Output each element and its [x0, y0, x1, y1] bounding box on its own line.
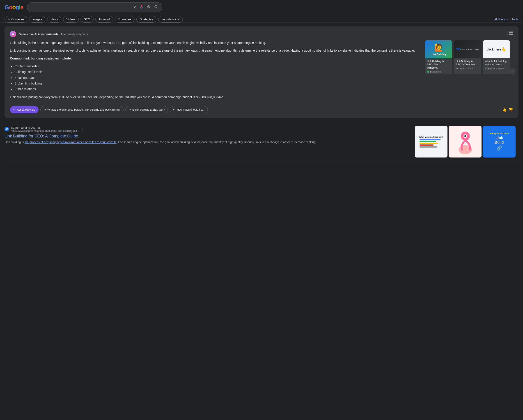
nav-chip-types-of[interactable]: Types of [95, 16, 113, 23]
mic-button[interactable] [139, 4, 144, 10]
nav-chip-images[interactable]: Images [29, 16, 46, 23]
ai-image-card-3[interactable]: click here 👆 What is link building and h… [483, 40, 510, 74]
result-menu-button[interactable]: ⋮ [81, 127, 84, 131]
nav-label-importance-of: Importance of [162, 17, 180, 21]
result-url: https://www.searchenginejournal.com › li… [11, 129, 79, 132]
ai-image-card-2[interactable]: SEJ EBOOK HOW TO GET Link Building for S… [454, 40, 481, 74]
ai-image-source-1: Backlinko [427, 70, 450, 73]
divider [510, 17, 510, 22]
source-name-1: Backlinko [430, 70, 441, 73]
nav-chip-examples[interactable]: Examples [115, 16, 135, 23]
nav-chip-videos[interactable]: Videos [63, 16, 79, 23]
tools-button[interactable]: Tools [512, 17, 518, 21]
clear-button[interactable]: ✕ [132, 5, 137, 10]
list-item: Broken link building [14, 81, 421, 86]
ai-image-source-3: 🛒 BigCommerce [485, 67, 508, 70]
nav-label-strategies: Strategies [140, 17, 153, 21]
svg-point-9 [464, 135, 466, 137]
ai-strategies-label: Common link building strategies include: [10, 56, 421, 61]
clear-icon: ✕ [133, 5, 136, 10]
source-name-2: Search Engin... [459, 67, 476, 70]
followup-label-2: Is link building a SEO tool? [132, 108, 164, 111]
ai-images-wrapper: 🙋 Link Building Link Building for SEO: T… [425, 40, 513, 103]
thumbs-down-button[interactable]: 👎 [509, 107, 513, 112]
snippet-highlight: the process of acquiring hyperlinks from… [25, 140, 116, 144]
nav-label-converse: Converse [11, 17, 24, 21]
nav-label-types-of: Types of [99, 17, 110, 21]
list-item: Email outreach [14, 75, 421, 81]
result-snippet: Link building is the process of acquirin… [5, 140, 411, 145]
ai-image-info-2: Link Building for SEO: A Complete... SE … [454, 58, 481, 71]
followup-chip-3[interactable]: ↪ How much should I p... [170, 106, 208, 113]
tools-label: Tools [512, 17, 518, 21]
ai-image-info-1: Link Building for SEO: The Definitive...… [425, 58, 452, 74]
result-image-2[interactable] [449, 126, 482, 158]
followup-chip-1[interactable]: ↪ What is the difference between link bu… [40, 106, 123, 113]
thumbs-up-button[interactable]: 👍 [502, 107, 507, 112]
lens-icon [147, 5, 151, 10]
search-input[interactable]: link building [31, 5, 130, 9]
list-item: Content marketing [14, 64, 421, 69]
followup-label-3: How much should I p... [177, 108, 204, 111]
nav-chip-converse[interactable]: ↪ Converse [5, 16, 27, 23]
result-title[interactable]: Link Building for SEO: A Complete Guide [5, 134, 411, 138]
ai-image-title-2: Link Building for SEO: A Complete... [456, 60, 479, 66]
source-name-3: BigCommerce [488, 67, 504, 70]
followup-chip-2[interactable]: ↪ Is link building a SEO tool? [125, 106, 168, 113]
svg-rect-4 [509, 33, 511, 35]
source-icon-2: SE [456, 67, 458, 70]
thumb-flamingo [449, 126, 482, 158]
nav-label-news: News [50, 17, 58, 21]
lens-button[interactable] [146, 4, 151, 10]
nav-label-videos: Videos [66, 17, 75, 21]
converse-icon: ↪ [8, 17, 10, 21]
source-dot-1 [427, 71, 429, 73]
nav-chip-importance-of[interactable]: Importance of [158, 16, 183, 23]
ai-grid-button[interactable] [507, 30, 515, 37]
search-result-1: SE Search Engine Journal https://www.sea… [5, 122, 518, 161]
grid-icon [509, 32, 513, 36]
ai-image-thumb-2: SEJ EBOOK HOW TO GET [454, 40, 481, 58]
images-next-button[interactable]: › [509, 68, 516, 75]
ai-strategies-list: Content marketing Building useful tools … [14, 64, 421, 92]
search-bar: link building ✕ [27, 2, 162, 12]
ai-content-area: Link building is the process of getting … [10, 40, 513, 103]
more-options-icon: ⋮ [81, 127, 84, 131]
ai-image-title-3: What is link building and how does it... [485, 60, 508, 66]
ai-icon [10, 31, 16, 37]
nav-label-examples: Examples [118, 17, 131, 21]
search-icons: ✕ [132, 4, 158, 10]
chevron-right-icon: › [512, 70, 513, 73]
result-source-row: SE Search Engine Journal https://www.sea… [5, 126, 411, 132]
snippet-before: Link building is [5, 140, 25, 144]
result-text-area: SE Search Engine Journal https://www.sea… [5, 126, 411, 158]
followup-icon-1: ↪ [44, 108, 46, 111]
ai-image-title-1: Link Building for SEO: The Definitive... [427, 60, 450, 69]
google-logo: Google [5, 4, 24, 11]
result-images-row: What Makes a Good Link [415, 126, 518, 158]
ai-image-card-1[interactable]: 🙋 Link Building Link Building for SEO: T… [425, 40, 452, 74]
ask-followup-button[interactable]: ↪ Ask a follow up [10, 106, 39, 113]
ai-image-thumb-3: click here 👆 [483, 40, 510, 58]
nav-chip-strategies[interactable]: Strategies [136, 16, 156, 23]
nav-chip-news[interactable]: News [47, 16, 61, 23]
ai-image-source-2: SE Search Engin... [456, 67, 479, 70]
nav-bar: ↪ Converse Images News Videos SEO Types … [0, 15, 523, 23]
followup-icon-0: ↪ [13, 108, 16, 111]
search-button[interactable] [154, 4, 158, 10]
result-domain: Search Engine Journal [11, 126, 79, 129]
ai-paragraph-3: Link building pricing can vary from $100… [10, 95, 421, 100]
result-image-3[interactable]: ★ Beginner's Guide LinkBuild 🔗 [483, 126, 515, 158]
followup-label-1: What is the difference between link buil… [47, 108, 120, 111]
feedback-buttons: 👍 👎 [502, 107, 513, 112]
all-filters-button[interactable]: All filters ▾ [494, 17, 508, 21]
followup-bar: ↪ Ask a follow up ↪ What is the differen… [10, 106, 513, 113]
nav-chip-seo[interactable]: SEO [81, 16, 93, 23]
chevron-down-icon: ▾ [506, 17, 508, 21]
result-image-1[interactable]: What Makes a Good Link [415, 126, 448, 158]
ai-paragraph-2: Link building is seen as one of the most… [10, 48, 421, 53]
all-filters-label: All filters [494, 17, 506, 21]
thumbs-up-icon: 👍 [502, 108, 507, 112]
svg-rect-2 [509, 32, 511, 33]
ai-images-row: 🙋 Link Building Link Building for SEO: T… [425, 40, 513, 74]
